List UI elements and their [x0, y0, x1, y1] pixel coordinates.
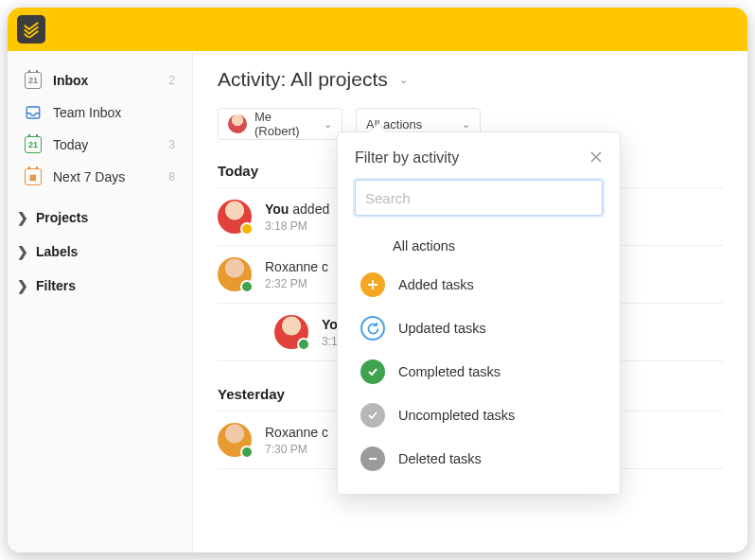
app-window: 21 Inbox 2 Team Inbox 21 Today 3 ▦ Next … [8, 8, 747, 552]
sidebar-item-label: Inbox [53, 73, 153, 88]
filter-option-completed[interactable]: Completed tasks [355, 350, 603, 394]
sidebar-group-label: Labels [36, 244, 78, 259]
app-body: 21 Inbox 2 Team Inbox 21 Today 3 ▦ Next … [8, 51, 747, 552]
calendar-today-icon: 21 [25, 136, 42, 153]
filter-option-label: Deleted tasks [398, 451, 482, 466]
calendar-week-icon: ▦ [25, 168, 42, 185]
filter-option-updated[interactable]: Updated tasks [355, 306, 603, 350]
check-circle-icon [360, 359, 385, 384]
sidebar-item-label: Team Inbox [53, 105, 175, 120]
filter-option-label: Updated tasks [398, 321, 486, 336]
filter-option-all[interactable]: All actions [355, 229, 603, 263]
filter-option-label: Added tasks [398, 277, 474, 292]
sidebar-item-count: 8 [168, 170, 175, 184]
inbox-icon [25, 104, 42, 121]
popover-title: Filter by activity [355, 149, 459, 166]
user-filter-label: Me (Robert) [255, 110, 308, 138]
sidebar-group-filters[interactable]: ❯ Filters [8, 269, 192, 303]
plus-circle-icon [360, 272, 385, 297]
activity-text: You added [265, 201, 329, 217]
avatar [218, 423, 252, 457]
filter-option-label: Uncompleted tasks [398, 408, 515, 423]
status-badge-pending-icon [240, 222, 254, 236]
activity-time: 3:18 PM [265, 219, 329, 233]
chevron-down-icon: ⌄ [324, 118, 332, 131]
filter-option-deleted[interactable]: Deleted tasks [355, 437, 603, 481]
sidebar-group-labels[interactable]: ❯ Labels [8, 235, 192, 269]
status-badge-done-icon [240, 446, 254, 459]
status-badge-done-icon [297, 338, 310, 351]
avatar-icon [228, 114, 247, 133]
page-title-row: Activity: All projects ⌄ [218, 68, 723, 91]
chevron-down-icon: ⌄ [462, 118, 470, 131]
filter-option-uncompleted[interactable]: Uncompleted tasks [355, 394, 603, 437]
minus-circle-icon [360, 446, 385, 471]
calendar-icon: 21 [25, 72, 42, 89]
activity-time: 2:32 PM [265, 277, 328, 290]
sidebar: 21 Inbox 2 Team Inbox 21 Today 3 ▦ Next … [8, 51, 193, 552]
avatar [274, 315, 308, 349]
sidebar-item-team-inbox[interactable]: Team Inbox [8, 96, 192, 129]
avatar [218, 257, 252, 291]
main-content: Activity: All projects ⌄ Me (Robert) ⌄ A… [193, 51, 747, 552]
close-icon[interactable] [589, 150, 603, 166]
activity-time: 7:30 PM [265, 443, 328, 456]
top-bar [8, 8, 747, 51]
sidebar-item-label: Next 7 Days [53, 169, 153, 184]
filter-popover: Filter by activity All actions Added tas [337, 131, 621, 495]
chevron-right-icon: ❯ [17, 278, 26, 293]
status-badge-done-icon [240, 280, 254, 293]
check-circle-gray-icon [360, 403, 385, 428]
sidebar-item-count: 3 [168, 138, 175, 151]
sidebar-item-today[interactable]: 21 Today 3 [8, 129, 192, 161]
svg-rect-0 [26, 107, 40, 118]
chevron-down-icon[interactable]: ⌄ [399, 74, 408, 86]
sidebar-item-inbox[interactable]: 21 Inbox 2 [8, 64, 192, 96]
filter-options: All actions Added tasks Updated tasks [355, 229, 603, 481]
chevron-right-icon: ❯ [17, 210, 26, 225]
user-filter-button[interactable]: Me (Robert) ⌄ [218, 108, 342, 140]
activity-text: Roxanne c [265, 425, 328, 440]
app-logo-icon[interactable] [17, 15, 45, 44]
sidebar-group-label: Projects [36, 210, 88, 225]
sidebar-group-label: Filters [36, 278, 76, 293]
filter-option-added[interactable]: Added tasks [355, 263, 603, 306]
sidebar-item-label: Today [53, 137, 153, 152]
page-title: Activity: All projects [218, 68, 388, 91]
avatar [218, 200, 252, 234]
sidebar-item-next7[interactable]: ▦ Next 7 Days 8 [8, 161, 192, 193]
sidebar-group-projects[interactable]: ❯ Projects [8, 201, 192, 235]
chevron-right-icon: ❯ [17, 244, 26, 259]
filter-option-label: All actions [393, 238, 455, 254]
sidebar-item-count: 2 [168, 74, 175, 87]
refresh-circle-icon [360, 316, 385, 341]
activity-text: Roxanne c [265, 259, 328, 274]
filter-option-label: Completed tasks [398, 364, 500, 379]
search-input[interactable] [355, 180, 603, 216]
